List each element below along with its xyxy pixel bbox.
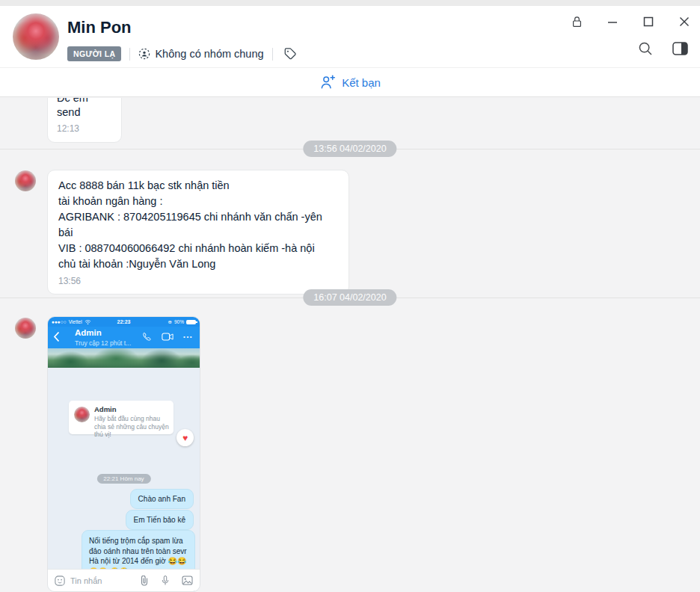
message-line: AGRIBANK : 8704205119645 chi nhánh văn c… [58,209,338,241]
greeting-card: Admin Hãy bắt đầu cùng nhau chia sẻ nhữn… [69,401,174,434]
add-friend-button[interactable]: Kết bạn [319,75,381,90]
heart-reaction-badge: ♥ [176,429,194,446]
call-icon [142,332,152,342]
phone-date-pill: 22:21 Hôm nay [96,474,150,484]
photo-message-phone-screenshot[interactable]: ●●●○○ Viettel 22:23 ⊕ 90% [47,316,200,592]
phone-bubble: Em Tiến bảo kê [126,510,194,530]
phone-status-bar: ●●●○○ Viettel 22:23 ⊕ 90% [48,317,200,327]
date-pill: 13:56 04/02/2020 [303,141,396,157]
peer-avatar[interactable] [13,13,59,60]
emoji-smiley-icon [55,576,65,586]
common-group-status: Không có nhóm chung [138,48,263,60]
date-divider: 16:07 04/02/2020 [0,289,700,306]
message-time: 13:56 [58,276,338,287]
peer-subrow: NGƯỜI LẠ Không có nhóm chung [67,45,299,63]
greeting-desc: Hãy bắt đầu cùng nhau chia sẻ những câu … [94,415,169,439]
phone-bubble: Chào anh Fan [130,489,194,509]
phone-nav-bar: Admin Truy cập 12 phút t... ••• [48,327,200,348]
stranger-badge: NGƯỜI LẠ [67,46,121,61]
battery-percent: 90% [174,319,184,324]
greeting-title: Admin [94,405,117,413]
phone-input-placeholder: Tin nhắn [70,576,140,585]
chat-scroll-area[interactable]: Đc em send 12:13 13:56 04/02/2020 Acc 88… [0,98,700,592]
separator [129,48,130,61]
group-dashed-circle-icon [138,48,150,60]
phone-chat-body: Admin Hãy bắt đầu cùng nhau chia sẻ nhữn… [48,348,200,591]
lock-icon[interactable] [569,15,584,28]
zalo-chat-window: Min Pon NGƯỜI LẠ Không có nhóm chung [0,0,700,592]
toggle-sidebar-icon[interactable] [672,40,688,57]
message-line: VIB : 088704060066492 chi nhánh hoàn kiế… [58,241,338,256]
message-text: Đc em send [57,98,112,120]
date-pill: 16:07 04/02/2020 [303,289,396,306]
separator [272,48,273,61]
add-friend-label: Kết bạn [342,76,381,89]
image-picker-icon [182,576,193,585]
date-divider: 13:56 04/02/2020 [0,141,700,157]
signal-dots-icon: ●●●○○ [52,319,67,324]
message-line: Acc 8888 bán 11k bạc stk nhận tiền [58,178,338,194]
conversation-header: Min Pon NGƯỜI LẠ Không có nhóm chung [0,6,700,67]
carrier-label: Viettel [69,319,82,324]
message-bubble-bank-info[interactable]: Acc 8888 bán 11k bạc stk nhận tiền tài k… [47,170,349,295]
phone-input-bar: Tin nhắn [48,569,200,591]
greeting-avatar [74,407,90,422]
cover-photo [48,348,200,368]
message-line: tài khoản ngân hàng : [58,194,338,209]
close-button[interactable] [677,15,692,28]
window-titlebar[interactable] [0,0,700,6]
person-add-icon [319,75,336,90]
message-bubble-partial[interactable]: Đc em send 12:13 [47,98,122,143]
sender-avatar[interactable] [15,318,36,339]
window-controls [569,15,692,28]
phone-clock: 22:23 [117,319,131,324]
sender-avatar[interactable] [15,170,36,191]
minimize-button[interactable] [605,15,620,28]
tag-icon[interactable] [281,45,299,63]
phone-chat-subtitle: Truy cập 12 phút t... [75,339,131,347]
orientation-lock-icon: ⊕ [168,319,172,325]
wifi-icon [85,319,91,325]
battery-icon [186,320,196,324]
video-call-icon [162,333,174,341]
phone-chat-title: Admin [75,328,102,337]
search-icon[interactable] [637,40,654,57]
header-actions [637,40,688,57]
microphone-icon [161,575,170,586]
message-time: 12:13 [57,123,112,135]
attachment-paperclip-icon [140,576,149,586]
heart-icon: ♥ [182,433,188,443]
add-friend-bar: Kết bạn [0,67,700,97]
common-group-label: Không có nhóm chung [155,48,263,60]
back-chevron-icon [53,331,60,342]
more-options-icon: ••• [183,333,193,340]
message-line: chủ tài khoản :Nguyễn Văn Long [58,256,338,272]
peer-name: Min Pon [67,18,132,37]
maximize-button[interactable] [641,15,656,28]
